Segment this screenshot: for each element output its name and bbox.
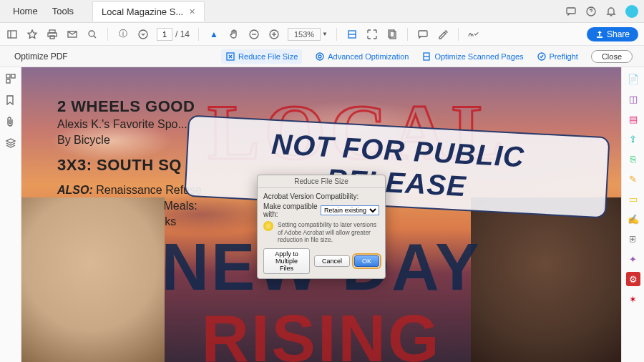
search-icon[interactable] <box>86 28 99 41</box>
comment-tool-icon[interactable]: ▭ <box>626 192 640 206</box>
extra-tool-icon[interactable]: ✶ <box>626 292 640 306</box>
preflight-label: Preflight <box>550 52 578 61</box>
comment-icon[interactable] <box>416 28 429 41</box>
export-icon[interactable]: ⇪ <box>626 132 640 146</box>
zoom-control[interactable]: 153% ▼ <box>288 28 328 41</box>
user-avatar[interactable] <box>625 5 638 18</box>
document-tab[interactable]: Local Magazine S... ✕ <box>92 1 205 21</box>
document-tab-label: Local Magazine S... <box>102 6 183 17</box>
chat-icon[interactable] <box>565 6 577 17</box>
subbar-title: Optimize PDF <box>14 52 68 62</box>
close-tool-button[interactable]: Close <box>591 50 633 63</box>
optimize-tool-icon[interactable]: ⚙ <box>626 272 640 286</box>
fill-sign-icon[interactable]: ✍ <box>626 212 640 226</box>
share-button[interactable]: Share <box>587 27 638 41</box>
svg-rect-29 <box>11 74 15 78</box>
apply-multiple-button[interactable]: Apply to Multiple Files <box>263 248 310 274</box>
make-compatible-label: Make compatible with: <box>263 202 318 218</box>
zoom-out-icon[interactable] <box>248 28 260 41</box>
scanned-label: Optimize Scanned Pages <box>434 52 523 61</box>
zoom-in-icon[interactable] <box>268 28 280 41</box>
svg-rect-2 <box>8 31 16 38</box>
gear-icon <box>315 52 325 62</box>
svg-point-24 <box>316 53 323 60</box>
reduce-file-size-dialog: Reduce File Size Acrobat Version Compati… <box>257 175 386 279</box>
svg-rect-0 <box>567 8 575 14</box>
fit-width-icon[interactable] <box>346 28 358 41</box>
advanced-optimization-tool[interactable]: Advanced Optimization <box>315 52 409 62</box>
create-pdf-icon[interactable]: 📄 <box>626 72 640 86</box>
close-tab-icon[interactable]: ✕ <box>189 7 195 16</box>
fit-page-icon[interactable] <box>366 28 379 41</box>
print-icon[interactable] <box>46 28 59 41</box>
home-tab[interactable]: Home <box>6 1 45 21</box>
star-icon[interactable] <box>26 28 39 41</box>
teaser-1-heading: 2 WHEELS GOOD <box>57 97 243 116</box>
share-label: Share <box>607 29 630 39</box>
highlight-icon[interactable] <box>436 28 449 41</box>
zoom-value[interactable]: 153% <box>288 28 321 41</box>
edit-pdf-icon[interactable]: ▤ <box>626 112 640 126</box>
chevron-down-icon[interactable]: ▼ <box>322 31 328 37</box>
sidebar-toggle-icon[interactable] <box>6 28 19 41</box>
separator <box>458 28 459 41</box>
combine-icon[interactable]: ◫ <box>626 92 640 106</box>
separator <box>107 28 108 41</box>
share-icon <box>595 30 604 39</box>
tools-tab[interactable]: Tools <box>45 1 81 21</box>
ok-button[interactable]: OK <box>354 255 379 267</box>
left-nav-rail <box>0 67 21 362</box>
more-tools-icon[interactable]: ✦ <box>626 252 640 266</box>
page-indicator: / 14 <box>157 28 190 41</box>
rotate-icon[interactable] <box>386 28 399 41</box>
separator <box>336 28 337 41</box>
attachment-icon[interactable] <box>5 116 16 127</box>
preflight-tool[interactable]: Preflight <box>537 52 578 62</box>
help-icon[interactable] <box>585 6 597 17</box>
svg-point-8 <box>89 31 94 36</box>
page-view: LOCAL 2 WHEELS GOOD Alexis K.'s Favorite… <box>21 67 621 362</box>
teaser-3-em: ALSO: <box>57 184 93 196</box>
layers-icon[interactable] <box>5 137 16 149</box>
thumbnails-icon[interactable] <box>5 73 16 84</box>
sign-icon[interactable] <box>467 28 480 41</box>
hand-tool-icon[interactable] <box>228 28 240 41</box>
separator <box>198 28 199 41</box>
svg-rect-20 <box>419 31 427 36</box>
page-down-icon[interactable] <box>137 28 150 41</box>
svg-rect-28 <box>6 74 10 78</box>
dialog-tip-text: Setting compatibility to later versions … <box>278 221 379 244</box>
workspace: LOCAL 2 WHEELS GOOD Alexis K.'s Favorite… <box>0 67 644 362</box>
optimize-subbar: Optimize PDF Reduce File Size Advanced O… <box>0 46 644 67</box>
separator <box>407 28 408 41</box>
svg-point-10 <box>139 30 147 39</box>
svg-rect-21 <box>597 36 602 38</box>
document-canvas[interactable]: LOCAL 2 WHEELS GOOD Alexis K.'s Favorite… <box>21 67 621 362</box>
page-total-label: / 14 <box>175 29 190 39</box>
reduce-label: Reduce File Size <box>238 52 298 61</box>
select-tool-icon[interactable]: ▲ <box>208 28 220 41</box>
reduce-file-size-tool[interactable]: Reduce File Size <box>221 49 302 64</box>
advanced-label: Advanced Optimization <box>328 52 409 61</box>
compatibility-label: Acrobat Version Compatibility: <box>263 192 379 200</box>
right-tool-rail: 📄 ◫ ▤ ⇪ ⎘ ✎ ▭ ✍ ⛨ ✦ ⚙ ✶ <box>621 67 644 362</box>
bookmark-icon[interactable] <box>5 94 16 106</box>
organize-icon[interactable]: ⎘ <box>626 152 640 166</box>
protect-icon[interactable]: ⛨ <box>626 232 640 246</box>
preflight-icon <box>537 52 547 62</box>
optimize-scanned-tool[interactable]: Optimize Scanned Pages <box>421 52 523 62</box>
headline-2: RISING <box>21 301 621 362</box>
page-up-icon[interactable]: ⓘ <box>117 28 130 41</box>
cancel-button[interactable]: Cancel <box>314 255 350 267</box>
svg-point-23 <box>318 55 321 58</box>
lightbulb-icon <box>263 221 273 231</box>
scan-icon <box>421 52 431 62</box>
bell-icon[interactable] <box>605 6 617 17</box>
svg-rect-6 <box>50 36 54 39</box>
send-icon[interactable]: ✎ <box>626 172 640 186</box>
compatibility-select[interactable]: Retain existing <box>321 205 379 215</box>
svg-line-9 <box>94 36 96 38</box>
dialog-title: Reduce File Size <box>258 175 385 188</box>
page-current-input[interactable] <box>157 28 172 41</box>
email-icon[interactable] <box>66 28 79 41</box>
